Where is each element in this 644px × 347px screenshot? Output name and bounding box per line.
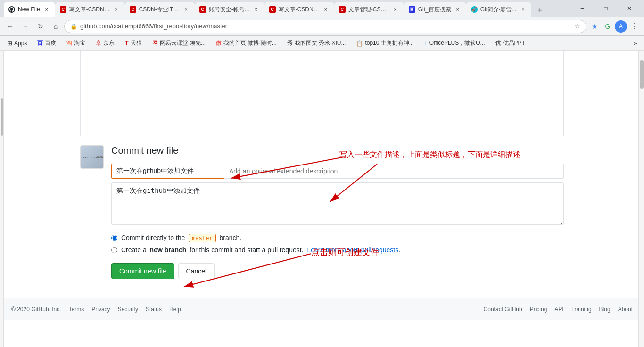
commit-title-row (111, 164, 564, 179)
bookmark-youpin-label: 优品PPT (503, 39, 525, 47)
tab-label: New File (18, 6, 40, 13)
tab-close-git[interactable]: × (519, 6, 527, 13)
weibo-icon: 微 (216, 39, 222, 47)
tab-baidu-git[interactable]: 百 Git_百度搜索 × (404, 2, 466, 17)
back-button[interactable]: ← (4, 20, 17, 33)
home-button[interactable]: ⌂ (49, 20, 62, 33)
close-button[interactable]: ✕ (619, 2, 640, 15)
tab-close-baidu[interactable]: × (454, 6, 462, 13)
bookmark-tmall-label: 天猫 (131, 39, 142, 47)
bookmark-tmall[interactable]: T 天猫 (121, 38, 145, 49)
xiumi-icon: 秀 (287, 39, 293, 47)
bookmark-officeplus-label: OfficePLUS，微软O... (429, 39, 485, 47)
bookmark-xiumi[interactable]: 秀 我的图文·秀米 XIU... (283, 38, 350, 49)
refresh-button[interactable]: ↻ (34, 20, 47, 33)
commit-new-file-button[interactable]: Commit new file (111, 263, 174, 279)
tab-favicon-csdn1: C (60, 6, 66, 13)
bookmark-star-icon[interactable]: ☆ (575, 23, 580, 30)
tab-strip: New File × C 写文章-CSDN博... × C CSDN-专业IT技… (4, 0, 566, 17)
footer-terms[interactable]: Terms (69, 306, 84, 313)
address-bar[interactable]: 🔒 github.com/ccattempt6666/first_reposit… (64, 20, 586, 33)
tab-label-csdn2: CSDN-专业IT技... (139, 6, 180, 14)
new-branch-bold: new branch (150, 246, 187, 254)
extension-icons: ★ G A ⋮ (588, 20, 640, 33)
footer-api[interactable]: API (554, 306, 563, 313)
bookmark-xiumi-label: 我的图文·秀米 XIU... (295, 39, 346, 47)
minimize-button[interactable]: – (571, 2, 593, 15)
bookmark-wangyi[interactable]: 网 网易云课堂·领先... (149, 38, 209, 49)
commit-description-textarea[interactable]: 第一次在github中添加文件 (111, 182, 564, 225)
radio-new-branch-input[interactable] (111, 247, 117, 253)
radio-options: Commit directly to the master branch. Cr… (111, 234, 564, 254)
footer-copyright: © 2020 GitHub, Inc. (11, 306, 61, 313)
bookmark-apps[interactable]: ⊞ Apps (4, 39, 31, 48)
radio-new-branch-label: Create a new branch for this commit and … (121, 246, 400, 254)
bookmark-officeplus[interactable]: + OfficePLUS，微软O... (421, 38, 489, 49)
radio-new-branch: Create a new branch for this commit and … (111, 246, 564, 254)
extension-icon-1[interactable]: ★ (588, 20, 601, 33)
navigation-bar: ← → ↻ ⌂ 🔒 github.com/ccattempt6666/first… (0, 17, 644, 36)
tab-close-csdn1[interactable]: × (113, 6, 120, 13)
avatar: @ccattempt6666 (80, 145, 104, 169)
commit-title-input[interactable] (111, 164, 224, 179)
footer-help[interactable]: Help (169, 306, 181, 313)
action-buttons: Commit new file Cancel (111, 263, 564, 279)
footer-about[interactable]: About (618, 306, 633, 313)
tab-close-csdn5[interactable]: × (392, 6, 399, 13)
footer-security[interactable]: Security (118, 306, 138, 313)
footer-training[interactable]: Training (571, 306, 592, 313)
bookmark-weibo-label: 我的首页 微博·随时... (223, 39, 277, 47)
tab-new-file[interactable]: New File × (4, 2, 55, 17)
bookmark-weibo[interactable]: 微 我的首页 微博·随时... (212, 38, 281, 49)
footer-pricing[interactable]: Pricing (530, 306, 547, 313)
tab-csdn4[interactable]: C 写文章-CSDN博... × (264, 2, 334, 17)
footer-privacy[interactable]: Privacy (91, 306, 110, 313)
bookmark-taobao[interactable]: 淘 淘宝 (63, 38, 89, 49)
commit-title-input-rest[interactable] (224, 164, 564, 179)
tab-close-csdn4[interactable]: × (322, 6, 330, 13)
maximize-button[interactable]: □ (595, 2, 617, 15)
jd-icon: 京 (96, 39, 101, 47)
bookmarks-bar: ⊞ Apps 百 百度 淘 淘宝 京 京东 T 天猫 网 网易云课堂·领先...… (0, 36, 644, 51)
tab-close-csdn2[interactable]: × (182, 6, 190, 13)
forward-button[interactable]: → (19, 20, 32, 33)
bookmark-top10[interactable]: 📋 top10 主角拥有神... (352, 38, 417, 49)
menu-button[interactable]: ⋮ (628, 20, 640, 33)
footer-contact[interactable]: Contact GitHub (484, 306, 522, 313)
radio-direct-commit: Commit directly to the master branch. (111, 234, 564, 241)
tab-csdn3[interactable]: C 账号安全-帐号... × (195, 2, 264, 17)
tab-csdn5[interactable]: C 文章管理-CSD... × (334, 2, 404, 17)
tab-csdn1[interactable]: C 写文章-CSDN博... × (55, 2, 125, 17)
lock-icon: 🔒 (70, 23, 77, 30)
scrollbar[interactable] (638, 51, 644, 347)
tab-favicon (8, 6, 15, 13)
learn-more-link[interactable]: Learn more about pull requests (307, 246, 398, 254)
bookmark-baidu[interactable]: 百 百度 (33, 38, 60, 49)
top10-icon: 📋 (356, 40, 363, 47)
cancel-button[interactable]: Cancel (178, 263, 215, 279)
bookmark-jd[interactable]: 京 京东 (92, 38, 118, 49)
radio-direct-commit-input[interactable] (111, 235, 117, 241)
bookmark-youpin[interactable]: 优 优品PPT (492, 38, 529, 49)
footer-blog[interactable]: Blog (599, 306, 611, 313)
tab-git-intro[interactable]: 🚀 Git简介·廖雪... × (466, 2, 532, 17)
tab-label-csdn3: 账号安全-帐号... (209, 6, 249, 14)
title-bar: New File × C 写文章-CSDN博... × C CSDN-专业IT技… (0, 0, 644, 17)
avatar-section: @ccattempt6666 (80, 145, 104, 279)
footer-status[interactable]: Status (146, 306, 162, 313)
new-tab-button[interactable]: + (533, 4, 546, 17)
tab-label-csdn5: 文章管理-CSD... (348, 6, 389, 14)
tab-favicon-csdn3: C (199, 6, 206, 13)
bookmark-top10-label: top10 主角拥有神... (365, 39, 413, 47)
extension-icon-2[interactable]: G (602, 20, 614, 33)
tab-close-button[interactable]: × (43, 6, 50, 13)
bookmarks-more-button[interactable]: » (630, 38, 640, 49)
browser-window: New File × C 写文章-CSDN博... × C CSDN-专业IT技… (0, 0, 644, 347)
profile-button[interactable]: A (615, 20, 627, 33)
tab-favicon-baidu: 百 (409, 6, 415, 13)
tab-csdn2[interactable]: C CSDN-专业IT技... × (125, 2, 195, 17)
branch-badge: master (189, 234, 215, 242)
commit-section-title: Commit new file (111, 145, 564, 156)
tab-close-csdn3[interactable]: × (252, 6, 260, 13)
scrollbar-thumb[interactable] (640, 60, 644, 89)
